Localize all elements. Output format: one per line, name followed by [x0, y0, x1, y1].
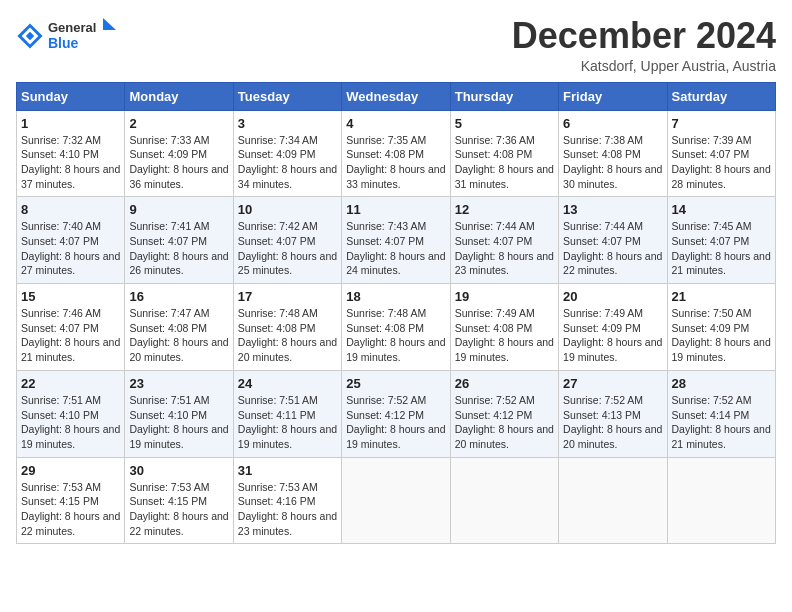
calendar-cell — [559, 457, 667, 544]
day-detail: Sunrise: 7:53 AM Sunset: 4:16 PM Dayligh… — [238, 480, 337, 539]
calendar-cell: 10 Sunrise: 7:42 AM Sunset: 4:07 PM Dayl… — [233, 197, 341, 284]
month-title: December 2024 — [512, 16, 776, 56]
title-block: December 2024 Katsdorf, Upper Austria, A… — [512, 16, 776, 74]
calendar-cell: 13 Sunrise: 7:44 AM Sunset: 4:07 PM Dayl… — [559, 197, 667, 284]
day-detail: Sunrise: 7:42 AM Sunset: 4:07 PM Dayligh… — [238, 219, 337, 278]
day-detail: Sunrise: 7:34 AM Sunset: 4:09 PM Dayligh… — [238, 133, 337, 192]
logo-text: General Blue — [48, 16, 118, 57]
calendar-day-header: Monday — [125, 82, 233, 110]
day-detail: Sunrise: 7:52 AM Sunset: 4:13 PM Dayligh… — [563, 393, 662, 452]
day-detail: Sunrise: 7:51 AM Sunset: 4:11 PM Dayligh… — [238, 393, 337, 452]
day-detail: Sunrise: 7:47 AM Sunset: 4:08 PM Dayligh… — [129, 306, 228, 365]
calendar-cell — [342, 457, 450, 544]
calendar-cell: 14 Sunrise: 7:45 AM Sunset: 4:07 PM Dayl… — [667, 197, 775, 284]
calendar-cell: 19 Sunrise: 7:49 AM Sunset: 4:08 PM Dayl… — [450, 284, 558, 371]
calendar-cell: 5 Sunrise: 7:36 AM Sunset: 4:08 PM Dayli… — [450, 110, 558, 197]
day-detail: Sunrise: 7:49 AM Sunset: 4:08 PM Dayligh… — [455, 306, 554, 365]
day-number: 19 — [455, 289, 554, 304]
calendar-cell: 9 Sunrise: 7:41 AM Sunset: 4:07 PM Dayli… — [125, 197, 233, 284]
day-detail: Sunrise: 7:51 AM Sunset: 4:10 PM Dayligh… — [21, 393, 120, 452]
day-number: 10 — [238, 202, 337, 217]
page-header: General Blue December 2024 Katsdorf, Upp… — [16, 16, 776, 74]
day-number: 22 — [21, 376, 120, 391]
day-detail: Sunrise: 7:35 AM Sunset: 4:08 PM Dayligh… — [346, 133, 445, 192]
day-number: 26 — [455, 376, 554, 391]
day-detail: Sunrise: 7:38 AM Sunset: 4:08 PM Dayligh… — [563, 133, 662, 192]
day-detail: Sunrise: 7:52 AM Sunset: 4:12 PM Dayligh… — [346, 393, 445, 452]
day-number: 1 — [21, 116, 120, 131]
calendar-cell: 28 Sunrise: 7:52 AM Sunset: 4:14 PM Dayl… — [667, 370, 775, 457]
calendar-cell: 16 Sunrise: 7:47 AM Sunset: 4:08 PM Dayl… — [125, 284, 233, 371]
calendar-cell: 30 Sunrise: 7:53 AM Sunset: 4:15 PM Dayl… — [125, 457, 233, 544]
day-number: 14 — [672, 202, 771, 217]
day-number: 16 — [129, 289, 228, 304]
day-number: 12 — [455, 202, 554, 217]
day-detail: Sunrise: 7:53 AM Sunset: 4:15 PM Dayligh… — [129, 480, 228, 539]
calendar-cell: 2 Sunrise: 7:33 AM Sunset: 4:09 PM Dayli… — [125, 110, 233, 197]
day-number: 31 — [238, 463, 337, 478]
day-number: 20 — [563, 289, 662, 304]
day-number: 30 — [129, 463, 228, 478]
calendar-cell: 18 Sunrise: 7:48 AM Sunset: 4:08 PM Dayl… — [342, 284, 450, 371]
logo: General Blue — [16, 16, 118, 57]
location: Katsdorf, Upper Austria, Austria — [512, 58, 776, 74]
day-detail: Sunrise: 7:32 AM Sunset: 4:10 PM Dayligh… — [21, 133, 120, 192]
day-detail: Sunrise: 7:36 AM Sunset: 4:08 PM Dayligh… — [455, 133, 554, 192]
calendar-day-header: Friday — [559, 82, 667, 110]
day-number: 18 — [346, 289, 445, 304]
day-detail: Sunrise: 7:52 AM Sunset: 4:14 PM Dayligh… — [672, 393, 771, 452]
calendar-cell: 3 Sunrise: 7:34 AM Sunset: 4:09 PM Dayli… — [233, 110, 341, 197]
day-detail: Sunrise: 7:48 AM Sunset: 4:08 PM Dayligh… — [238, 306, 337, 365]
day-detail: Sunrise: 7:48 AM Sunset: 4:08 PM Dayligh… — [346, 306, 445, 365]
calendar-cell: 29 Sunrise: 7:53 AM Sunset: 4:15 PM Dayl… — [17, 457, 125, 544]
svg-text:General: General — [48, 20, 96, 35]
calendar-day-header: Wednesday — [342, 82, 450, 110]
calendar-cell — [450, 457, 558, 544]
day-number: 9 — [129, 202, 228, 217]
day-number: 13 — [563, 202, 662, 217]
svg-text:Blue: Blue — [48, 35, 79, 51]
calendar-day-header: Sunday — [17, 82, 125, 110]
day-detail: Sunrise: 7:51 AM Sunset: 4:10 PM Dayligh… — [129, 393, 228, 452]
day-number: 21 — [672, 289, 771, 304]
day-number: 8 — [21, 202, 120, 217]
calendar-cell: 17 Sunrise: 7:48 AM Sunset: 4:08 PM Dayl… — [233, 284, 341, 371]
day-number: 7 — [672, 116, 771, 131]
calendar-cell: 11 Sunrise: 7:43 AM Sunset: 4:07 PM Dayl… — [342, 197, 450, 284]
day-number: 27 — [563, 376, 662, 391]
day-detail: Sunrise: 7:43 AM Sunset: 4:07 PM Dayligh… — [346, 219, 445, 278]
day-detail: Sunrise: 7:39 AM Sunset: 4:07 PM Dayligh… — [672, 133, 771, 192]
calendar-day-header: Saturday — [667, 82, 775, 110]
day-number: 25 — [346, 376, 445, 391]
day-detail: Sunrise: 7:45 AM Sunset: 4:07 PM Dayligh… — [672, 219, 771, 278]
calendar-cell: 23 Sunrise: 7:51 AM Sunset: 4:10 PM Dayl… — [125, 370, 233, 457]
calendar-cell: 27 Sunrise: 7:52 AM Sunset: 4:13 PM Dayl… — [559, 370, 667, 457]
day-number: 6 — [563, 116, 662, 131]
calendar-cell: 15 Sunrise: 7:46 AM Sunset: 4:07 PM Dayl… — [17, 284, 125, 371]
calendar-cell: 25 Sunrise: 7:52 AM Sunset: 4:12 PM Dayl… — [342, 370, 450, 457]
day-detail: Sunrise: 7:41 AM Sunset: 4:07 PM Dayligh… — [129, 219, 228, 278]
day-number: 3 — [238, 116, 337, 131]
day-number: 15 — [21, 289, 120, 304]
calendar-cell: 24 Sunrise: 7:51 AM Sunset: 4:11 PM Dayl… — [233, 370, 341, 457]
calendar-cell: 20 Sunrise: 7:49 AM Sunset: 4:09 PM Dayl… — [559, 284, 667, 371]
day-detail: Sunrise: 7:44 AM Sunset: 4:07 PM Dayligh… — [455, 219, 554, 278]
day-detail: Sunrise: 7:49 AM Sunset: 4:09 PM Dayligh… — [563, 306, 662, 365]
calendar-day-header: Tuesday — [233, 82, 341, 110]
calendar-cell — [667, 457, 775, 544]
day-number: 11 — [346, 202, 445, 217]
day-number: 23 — [129, 376, 228, 391]
logo-icon — [16, 22, 44, 50]
day-number: 4 — [346, 116, 445, 131]
calendar-cell: 26 Sunrise: 7:52 AM Sunset: 4:12 PM Dayl… — [450, 370, 558, 457]
day-number: 24 — [238, 376, 337, 391]
day-number: 17 — [238, 289, 337, 304]
calendar-table: SundayMondayTuesdayWednesdayThursdayFrid… — [16, 82, 776, 545]
day-number: 29 — [21, 463, 120, 478]
day-detail: Sunrise: 7:33 AM Sunset: 4:09 PM Dayligh… — [129, 133, 228, 192]
calendar-cell: 6 Sunrise: 7:38 AM Sunset: 4:08 PM Dayli… — [559, 110, 667, 197]
calendar-cell: 4 Sunrise: 7:35 AM Sunset: 4:08 PM Dayli… — [342, 110, 450, 197]
calendar-cell: 12 Sunrise: 7:44 AM Sunset: 4:07 PM Dayl… — [450, 197, 558, 284]
day-detail: Sunrise: 7:40 AM Sunset: 4:07 PM Dayligh… — [21, 219, 120, 278]
calendar-cell: 31 Sunrise: 7:53 AM Sunset: 4:16 PM Dayl… — [233, 457, 341, 544]
